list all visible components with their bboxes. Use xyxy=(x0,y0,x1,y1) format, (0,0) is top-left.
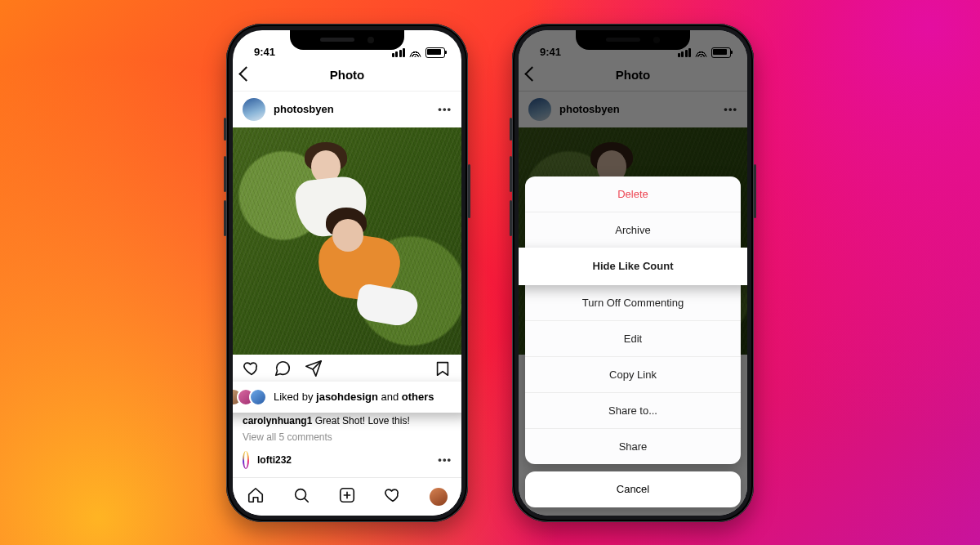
post-header: photosbyen ••• xyxy=(233,92,461,127)
screen-left: 9:41 Photo photosbyen ••• xyxy=(233,30,461,516)
back-button[interactable] xyxy=(241,68,252,83)
comment-more-button[interactable]: ••• xyxy=(438,453,452,466)
notch xyxy=(290,30,404,50)
screen-right: 9:41 Photo photosbyen ••• xyxy=(519,30,747,516)
sheet-share[interactable]: Share xyxy=(525,428,741,464)
promo-stage: 9:41 Photo photosbyen ••• xyxy=(0,0,980,545)
liked-by-text[interactable]: Liked by jasohdesign and others xyxy=(274,391,434,403)
sheet-archive[interactable]: Archive xyxy=(525,212,741,248)
phone-left: 9:41 Photo photosbyen ••• xyxy=(226,24,468,522)
author-username[interactable]: photosbyen xyxy=(274,103,334,115)
comment-row: carolynhuang1 Great Shot! Love this! xyxy=(243,413,452,428)
sheet-hide-like-count[interactable]: Hide Like Count xyxy=(519,248,747,285)
liked-avatar xyxy=(249,388,267,406)
liked-by-callout: Liked by jasohdesign and others xyxy=(233,382,461,413)
sheet-copy-link[interactable]: Copy Link xyxy=(525,356,741,392)
sheet-delete[interactable]: Delete xyxy=(525,176,741,212)
sheet-edit[interactable]: Edit xyxy=(525,320,741,356)
like-icon[interactable] xyxy=(243,360,261,377)
sheet-turn-off-commenting[interactable]: Turn Off Commenting xyxy=(525,285,741,320)
post-image[interactable] xyxy=(233,127,461,355)
liked-avatars xyxy=(233,388,267,406)
svg-point-0 xyxy=(296,489,306,499)
post-more-button[interactable]: ••• xyxy=(438,103,452,115)
sheet-cancel[interactable]: Cancel xyxy=(525,471,741,507)
story-ring[interactable] xyxy=(243,451,249,469)
commenter-name[interactable]: lofti232 xyxy=(257,454,292,466)
nav-bar: Photo xyxy=(233,60,461,92)
tab-activity[interactable] xyxy=(384,486,402,507)
wifi-icon xyxy=(409,48,421,57)
tab-profile[interactable] xyxy=(430,488,448,506)
action-bar xyxy=(233,355,461,382)
view-all-comments[interactable]: View all 5 comments xyxy=(243,430,452,444)
comment-icon[interactable] xyxy=(274,360,292,377)
chevron-left-icon xyxy=(238,66,253,81)
page-title: Photo xyxy=(330,68,365,82)
commenter-avatar xyxy=(244,451,247,468)
share-icon[interactable] xyxy=(305,360,323,377)
add-comment-row: lofti232 ••• xyxy=(233,444,461,469)
tab-search[interactable] xyxy=(292,486,310,507)
sheet-share-to[interactable]: Share to... xyxy=(525,392,741,428)
tab-home[interactable] xyxy=(247,486,265,507)
author-avatar[interactable] xyxy=(243,98,265,121)
bookmark-icon[interactable] xyxy=(434,360,452,377)
phone-right: 9:41 Photo photosbyen ••• xyxy=(512,24,754,522)
status-time: 9:41 xyxy=(254,46,275,58)
action-sheet: Delete Archive Hide Like Count Turn Off … xyxy=(525,176,741,507)
tab-new-post[interactable] xyxy=(338,486,356,507)
tab-bar xyxy=(233,477,461,516)
battery-icon xyxy=(425,47,445,58)
